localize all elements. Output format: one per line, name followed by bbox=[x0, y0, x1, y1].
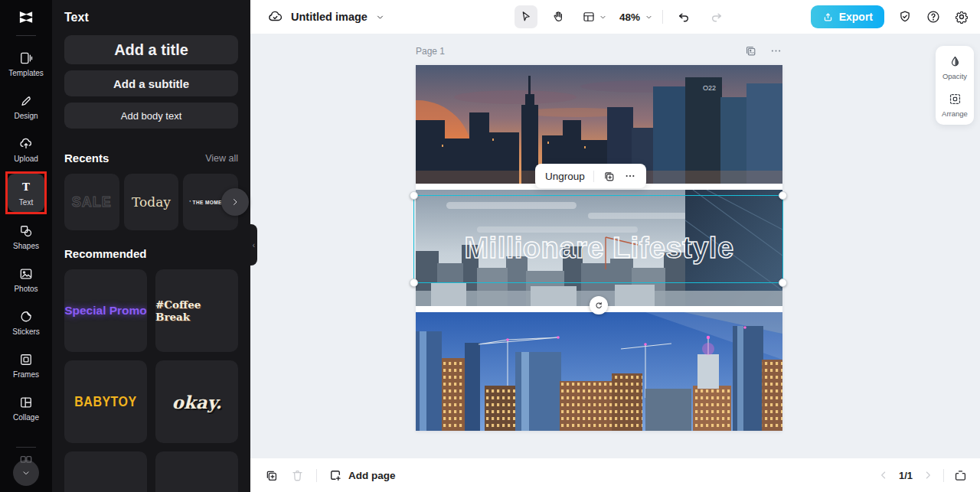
text-preset-okay[interactable]: okay. bbox=[155, 360, 238, 443]
recommended-grid: Special Promo #Coffee Break BABYTOY okay… bbox=[64, 269, 238, 492]
text-preset-fresh-look[interactable]: FRESH LOOK bbox=[155, 451, 238, 492]
rail-divider bbox=[16, 447, 36, 448]
sidebar-item-label: Stickers bbox=[12, 327, 40, 336]
sidebar-item-label: Templates bbox=[8, 69, 44, 77]
layout-tool-button[interactable] bbox=[579, 5, 610, 28]
rail-divider bbox=[16, 35, 36, 36]
sidebar-item-label: Frames bbox=[13, 370, 39, 379]
sidebar-item-label: Photos bbox=[14, 285, 38, 293]
text-panel: Text Add a title Add a subtitle Add body… bbox=[52, 0, 250, 492]
add-page-label: Add page bbox=[348, 470, 396, 481]
duplicate-button[interactable] bbox=[603, 170, 616, 183]
add-title-button[interactable]: Add a title bbox=[64, 35, 238, 64]
shield-check-icon[interactable] bbox=[897, 9, 913, 24]
selection-box[interactable] bbox=[413, 195, 783, 283]
svg-text:T: T bbox=[22, 181, 30, 193]
opacity-droplet-icon bbox=[948, 54, 962, 69]
add-subtitle-button[interactable]: Add a subtitle bbox=[64, 70, 238, 96]
redo-button bbox=[704, 5, 727, 28]
duplicate-page-button[interactable] bbox=[264, 468, 279, 483]
sidebar-item-text[interactable]: T Text bbox=[8, 174, 44, 212]
more-options-button[interactable] bbox=[624, 170, 636, 182]
chevron-right-icon bbox=[230, 197, 240, 207]
topbar: Untitled image 48% bbox=[250, 0, 980, 34]
duplicate-plus-icon bbox=[603, 170, 616, 183]
ellipsis-icon bbox=[624, 170, 636, 182]
recents-scroll-right-button[interactable] bbox=[221, 188, 249, 216]
frames-icon bbox=[18, 352, 34, 367]
next-page-button bbox=[922, 469, 934, 481]
text-preset-special-promo[interactable]: Special Promo bbox=[64, 269, 147, 352]
cursor-icon bbox=[519, 10, 533, 24]
hand-icon bbox=[551, 10, 565, 24]
sidebar-item-label: Text bbox=[19, 198, 33, 207]
chevron-down-icon bbox=[21, 468, 31, 478]
text-preset-love-it[interactable]: Love it bbox=[64, 451, 147, 492]
resize-handle-bottom-left[interactable] bbox=[410, 279, 418, 287]
stickers-icon bbox=[18, 309, 34, 324]
undo-button[interactable] bbox=[672, 5, 695, 28]
collapse-panel-handle[interactable]: ‹ bbox=[250, 224, 257, 266]
recommended-title: Recommended bbox=[64, 247, 147, 260]
collage-image-bluehour-skyline[interactable] bbox=[416, 312, 782, 431]
view-all-link[interactable]: View all bbox=[205, 153, 238, 164]
text-preset-coffee-break[interactable]: #Coffee Break bbox=[155, 269, 238, 352]
resize-handle-top-right[interactable] bbox=[779, 191, 787, 200]
collage-icon bbox=[18, 395, 34, 410]
select-tool-button[interactable] bbox=[514, 5, 537, 28]
opacity-button[interactable]: Opacity bbox=[942, 54, 967, 80]
sidebar-item-label: Design bbox=[14, 112, 38, 120]
shapes-icon bbox=[18, 223, 34, 239]
tutorial-highlight-box: T Text bbox=[5, 171, 47, 214]
bottombar-divider bbox=[316, 469, 317, 482]
sidebar-item-label: Shapes bbox=[13, 242, 39, 250]
pan-tool-button[interactable] bbox=[547, 5, 570, 28]
chevron-down-icon[interactable] bbox=[375, 12, 385, 22]
resize-handle-top-left[interactable] bbox=[410, 191, 418, 200]
settings-gear-icon[interactable] bbox=[954, 9, 969, 24]
export-label: Export bbox=[839, 11, 873, 23]
page-more-icon[interactable] bbox=[769, 44, 782, 57]
present-icon[interactable] bbox=[953, 468, 968, 483]
rotate-icon bbox=[593, 300, 604, 311]
building-sign: O22 bbox=[703, 84, 716, 92]
sidebar-item-templates[interactable]: Templates bbox=[3, 42, 49, 85]
project-title[interactable]: Untitled image bbox=[291, 11, 368, 23]
more-tools-icon bbox=[18, 454, 34, 464]
toolbar-divider bbox=[593, 171, 594, 182]
page-indicator: 1/1 bbox=[899, 470, 913, 481]
export-button[interactable]: Export bbox=[811, 5, 884, 28]
templates-icon bbox=[18, 51, 34, 66]
sidebar-item-photos[interactable]: Photos bbox=[3, 258, 49, 301]
cloud-check-icon bbox=[267, 9, 283, 25]
text-preset-babytoy[interactable]: BABYTOY bbox=[64, 360, 147, 443]
sidebar-item-shapes[interactable]: Shapes bbox=[3, 215, 49, 258]
sidebar-item-collage[interactable]: Collage bbox=[3, 386, 49, 429]
arrange-button[interactable]: Arrange bbox=[942, 92, 968, 118]
photos-icon bbox=[18, 266, 34, 282]
add-body-text-button[interactable]: Add body text bbox=[64, 103, 238, 129]
sidebar-item-frames[interactable]: Frames bbox=[3, 344, 49, 386]
zoom-control[interactable]: 48% bbox=[619, 11, 653, 23]
duplicate-page-icon[interactable] bbox=[744, 44, 757, 57]
editor-main: ‹ Untitled image bbox=[250, 0, 980, 492]
sidebar-item-label: Upload bbox=[14, 155, 38, 163]
recents-row: SALE Today ' THE MOMENT.. bbox=[64, 174, 238, 230]
delete-page-button bbox=[290, 468, 305, 483]
sidebar-item-upload[interactable]: Upload bbox=[3, 128, 49, 171]
upload-cloud-icon bbox=[18, 136, 34, 152]
sidebar-item-stickers[interactable]: Stickers bbox=[3, 301, 49, 344]
recent-text-preset-today[interactable]: Today bbox=[124, 174, 179, 230]
bottombar: Add page 1/1 bbox=[250, 458, 980, 492]
rotate-handle[interactable] bbox=[590, 296, 608, 314]
capcut-logo[interactable] bbox=[16, 0, 36, 34]
recent-text-preset-sale[interactable]: SALE bbox=[64, 174, 119, 230]
help-icon[interactable] bbox=[926, 9, 941, 24]
zoom-level: 48% bbox=[619, 11, 640, 23]
resize-handle-bottom-right[interactable] bbox=[779, 279, 787, 287]
sidebar-item-design[interactable]: Design bbox=[3, 85, 49, 128]
panel-title: Text bbox=[64, 11, 238, 24]
page-plus-icon bbox=[328, 468, 342, 482]
add-page-button[interactable]: Add page bbox=[328, 468, 396, 482]
ungroup-button[interactable]: Ungroup bbox=[545, 171, 585, 182]
